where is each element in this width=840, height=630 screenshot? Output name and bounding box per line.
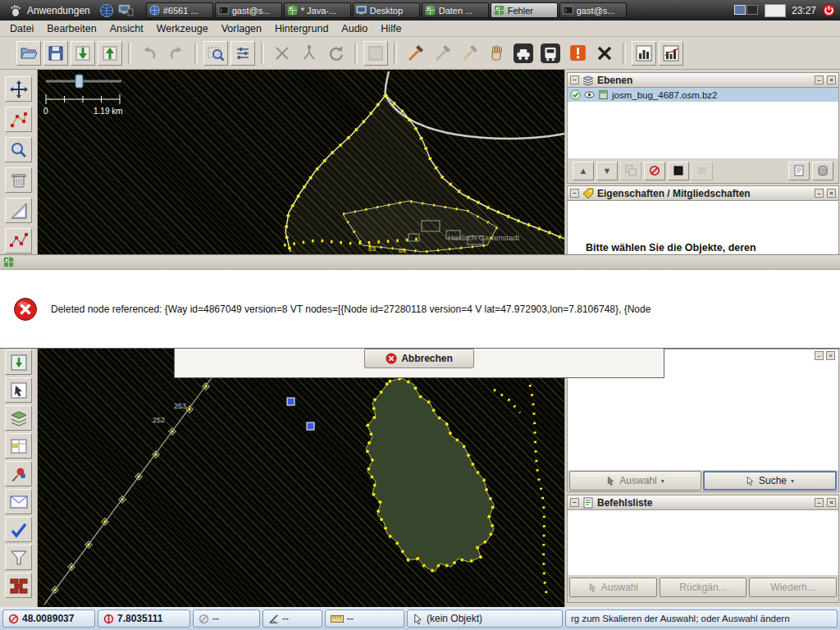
tool-hammer-button[interactable] — [403, 41, 427, 66]
tool-hammer-mixed-button[interactable] — [457, 41, 482, 66]
close-icon[interactable]: × — [827, 498, 836, 507]
layer-list-button[interactable] — [788, 162, 810, 180]
bus-mode-button[interactable] — [538, 41, 563, 66]
menu-hilfe[interactable]: Hilfe — [374, 23, 408, 34]
layer-row[interactable]: josm_bug_4687.osm.bz2 — [568, 88, 838, 102]
workspace-pager[interactable] — [734, 5, 759, 16]
draw-tool-button[interactable] — [5, 107, 32, 132]
taskbar-button-desktop[interactable]: Desktop — [353, 2, 420, 18]
placeholder-button[interactable] — [363, 41, 388, 66]
warning-button[interactable] — [565, 41, 590, 66]
menu-datei[interactable]: Datei — [3, 23, 40, 34]
map-canvas-bottom[interactable]: 252 253 — [38, 349, 564, 607]
error-window-titlebar[interactable] — [0, 255, 840, 270]
tray-app-icon[interactable] — [765, 4, 786, 17]
zoom-to-selection-button[interactable] — [203, 41, 228, 66]
undo-command-button[interactable]: Rückgän... — [660, 578, 747, 597]
pan-hand-button[interactable] — [484, 41, 509, 66]
redo-button[interactable] — [164, 41, 189, 66]
refresh-button[interactable] — [324, 41, 349, 66]
selection-list-toggle-button[interactable] — [5, 377, 32, 403]
suche-button[interactable]: Suche ▾ — [703, 471, 837, 491]
histogram-curve-button[interactable] — [659, 41, 683, 66]
taskbar-button-josm-editor[interactable]: * Java-... — [284, 2, 351, 18]
josm-menubar: Datei Bearbeiten Ansicht Werkzeuge Vorla… — [0, 21, 840, 37]
pin-icon[interactable]: ‒ — [815, 351, 824, 360]
collapse-icon[interactable]: − — [570, 189, 579, 198]
taskbar-button-terminal-1[interactable]: gast@s... — [215, 2, 282, 18]
layer-file-icon — [598, 89, 609, 100]
pin-icon[interactable]: ‒ — [815, 75, 824, 84]
layer-move-up-button[interactable]: ▲ — [573, 162, 594, 180]
histogram-button[interactable] — [632, 41, 656, 66]
upload-button[interactable] — [98, 41, 122, 66]
scale-start-label: 0 — [43, 107, 48, 116]
download-button[interactable] — [71, 41, 95, 66]
scale-bar — [46, 94, 120, 104]
abbrechen-button[interactable]: Abbrechen — [364, 349, 474, 368]
taskbar-button-terminal-2[interactable]: gast@s... — [559, 2, 627, 18]
conflicts-toggle-button[interactable] — [5, 573, 32, 598]
filter-toggle-button[interactable] — [5, 545, 32, 570]
close-icon[interactable]: × — [827, 189, 836, 198]
menu-werkzeuge[interactable]: Werkzeuge — [150, 23, 215, 34]
mail-toggle-button[interactable] — [5, 489, 32, 514]
open-button[interactable] — [16, 41, 41, 66]
layer-delete-button[interactable] — [812, 162, 833, 180]
undo-button[interactable] — [137, 41, 162, 66]
download-area-toggle-button[interactable] — [5, 349, 32, 375]
menu-audio[interactable]: Audio — [335, 23, 374, 34]
layers-toggle-button[interactable] — [5, 405, 32, 431]
layer-move-down-button[interactable]: ▼ — [596, 162, 618, 180]
collapse-icon[interactable]: − — [570, 75, 579, 84]
layer-visibility-button[interactable] — [644, 162, 665, 180]
close-icon[interactable]: × — [827, 75, 836, 84]
zoom-slider[interactable] — [46, 75, 121, 88]
layer-opacity-button[interactable] — [668, 162, 689, 180]
longitude-readout: 7.8035111 — [98, 609, 190, 628]
desktop-panel: Anwendungen #6561 ... gast@s... * Java-.… — [0, 0, 840, 21]
layer-merge-button[interactable] — [620, 162, 641, 180]
collapse-icon[interactable]: − — [570, 498, 579, 507]
menu-ansicht[interactable]: Ansicht — [103, 23, 150, 34]
pin-icon[interactable]: ‒ — [815, 498, 824, 507]
display-launcher-icon[interactable] — [118, 2, 135, 19]
menu-bearbeiten[interactable]: Bearbeiten — [40, 23, 103, 34]
preferences-button[interactable] — [231, 41, 255, 66]
delete-tool-button[interactable] — [5, 167, 32, 193]
map-canvas-top[interactable]: Haslach-Gartenstadt 63 63 0 1.19 km — [38, 70, 564, 254]
tool-hammer-gray-button[interactable] — [430, 41, 454, 66]
web-launcher-icon[interactable] — [98, 2, 115, 19]
layer-active-check-icon[interactable] — [570, 89, 581, 100]
measure-tool-button[interactable] — [5, 198, 32, 223]
pin-icon[interactable]: ‒ — [815, 189, 824, 198]
taskbar-button-browser[interactable]: #6561 ... — [146, 2, 213, 18]
layer-visible-eye-icon[interactable] — [584, 89, 595, 100]
mappaint-toggle-button[interactable] — [5, 461, 32, 486]
zoom-tool-button[interactable] — [5, 137, 32, 162]
layer-dim-button[interactable] — [692, 162, 713, 180]
redo-command-button[interactable]: Wiederh... — [749, 578, 837, 597]
no-fix-icon — [103, 614, 114, 624]
move-tool-button[interactable] — [5, 76, 32, 102]
validator-toggle-button[interactable] — [5, 517, 32, 542]
auswahl-dropdown-button[interactable]: Auswahl ▾ — [569, 471, 701, 491]
car-mode-button[interactable] — [511, 41, 536, 66]
close-icon[interactable]: × — [826, 351, 835, 360]
command-auswahl-button[interactable]: Auswahl — [569, 578, 657, 597]
power-button-icon[interactable] — [822, 3, 836, 17]
taskbar-button-fehler[interactable]: Fehler — [491, 2, 558, 18]
taskbar-button-daten[interactable]: Daten ... — [422, 2, 489, 18]
cursor-icon — [413, 614, 423, 624]
save-button[interactable] — [43, 41, 68, 66]
split-way-button[interactable] — [297, 41, 322, 66]
applications-menu[interactable]: Anwendungen — [4, 3, 95, 18]
properties-toggle-button[interactable] — [5, 433, 32, 459]
improve-way-tool-button[interactable] — [5, 228, 32, 253]
menu-hintergrund[interactable]: Hintergrund — [268, 23, 335, 34]
combine-ways-button[interactable] — [270, 41, 294, 66]
delete-x-button[interactable] — [592, 41, 617, 66]
applications-menu-label: Anwendungen — [27, 5, 90, 16]
menu-vorlagen[interactable]: Vorlagen — [215, 23, 268, 34]
properties-panel-title: Eigenschaften / Mitgliedschaften — [597, 188, 751, 199]
